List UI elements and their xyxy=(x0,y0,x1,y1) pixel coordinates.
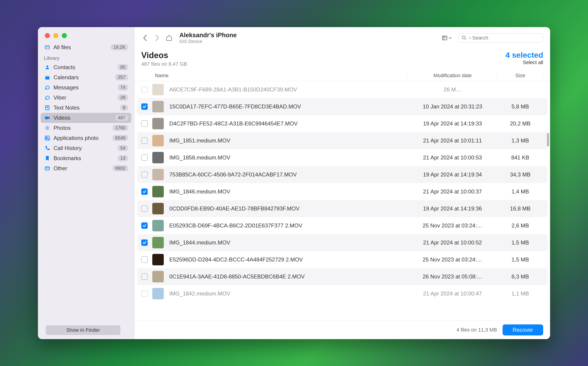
sidebar-item-viber[interactable]: Viber28 xyxy=(41,93,131,103)
table-row[interactable]: E05293CB-D69F-4BCA-B6C2-2D01E637F377 2.M… xyxy=(137,217,547,234)
messages-icon xyxy=(44,85,51,90)
file-thumbnail xyxy=(152,152,164,163)
svg-rect-4 xyxy=(45,76,49,77)
row-checkbox[interactable] xyxy=(141,290,148,297)
row-checkbox[interactable] xyxy=(141,222,148,229)
row-checkbox[interactable] xyxy=(141,256,148,263)
svg-point-18 xyxy=(462,36,465,39)
footer-info: 4 files on 11,3 MB xyxy=(457,327,497,333)
maximize-window-button[interactable] xyxy=(62,33,67,38)
table-row[interactable]: IMG_1858.medium.MOV21 Apr 2024 at 10:00:… xyxy=(137,149,547,166)
table-row[interactable]: D4C2F7BD-FE52-48C2-A31B-E6C9946454E7.MOV… xyxy=(137,115,547,132)
file-date: 21 Apr 2024 at 10:00:53 xyxy=(408,154,497,161)
search-field[interactable] xyxy=(458,33,543,43)
svg-rect-15 xyxy=(442,36,447,40)
svg-rect-0 xyxy=(45,46,49,49)
breadcrumb: Aleksandr's iPhone iOS Device xyxy=(179,32,237,44)
file-name: E52596DD-D284-4DC2-BCCC-4A484F252729 2.M… xyxy=(169,256,408,263)
file-size: 1,4 MB xyxy=(497,188,543,195)
sidebar-item-contacts[interactable]: Contacts85 xyxy=(41,62,131,72)
sidebar: All files 19,2K Library Contacts85Calend… xyxy=(38,27,134,339)
sidebar-item-calendars[interactable]: Calendars257 xyxy=(41,72,131,83)
view-options-button[interactable] xyxy=(439,34,454,42)
scrollbar-thumb[interactable] xyxy=(547,133,549,147)
viber-icon xyxy=(44,95,51,100)
file-thumbnail xyxy=(152,186,164,197)
file-list[interactable]: A6CE7C9F-F689-28A1-A3B1-B150D240CF39.MOV… xyxy=(134,81,550,320)
sidebar-item-videos[interactable]: Videos487 xyxy=(41,113,131,123)
sidebar-item-other[interactable]: Other9902 xyxy=(41,163,131,174)
sidebar-item-bookmarks[interactable]: Bookmarks13 xyxy=(41,153,131,163)
search-input[interactable] xyxy=(472,35,540,41)
row-checkbox[interactable] xyxy=(141,273,148,280)
file-size: 5,8 MB xyxy=(497,103,543,110)
recover-button[interactable]: Recover xyxy=(503,324,543,336)
row-checkbox[interactable] xyxy=(141,206,148,212)
forward-button[interactable] xyxy=(153,34,161,42)
home-button[interactable] xyxy=(165,34,173,42)
select-all-button[interactable]: Select all xyxy=(505,60,543,66)
row-checkbox[interactable] xyxy=(141,86,148,93)
table-row[interactable]: 0C1E941A-3AAE-41D6-8850-AC5EBDBC6B4E 2.M… xyxy=(137,268,547,285)
file-size: 1,5 MB xyxy=(497,256,543,263)
sidebar-item-all-files[interactable]: All files 19,2K xyxy=(41,42,131,52)
row-checkbox[interactable] xyxy=(141,188,148,195)
table-row[interactable]: IMG_1851.medium.MOV21 Apr 2024 at 10:01:… xyxy=(137,132,547,149)
row-checkbox[interactable] xyxy=(141,239,148,246)
sidebar-item-label: Viber xyxy=(53,94,118,101)
file-name: E05293CB-D69F-4BCA-B6C2-2D01E637F377 2.M… xyxy=(169,222,408,229)
photos-icon xyxy=(44,125,51,131)
table-row[interactable]: IMG_1846.medium.MOV21 Apr 2024 at 10:00:… xyxy=(137,183,547,200)
back-button[interactable] xyxy=(141,34,149,42)
file-name: 15C0DA17-7EFC-477D-B65E-7FD8CD3E4BAD.MOV xyxy=(169,103,408,110)
show-in-finder-button[interactable]: Show in Finder xyxy=(46,325,120,335)
row-checkbox[interactable] xyxy=(141,171,148,178)
sidebar-item-appsphoto[interactable]: Applications photo6548 xyxy=(41,133,131,143)
sidebar-badge: 257 xyxy=(115,74,128,80)
table-row[interactable]: 15C0DA17-7EFC-477D-B65E-7FD8CD3E4BAD.MOV… xyxy=(137,98,547,115)
sidebar-item-label: Bookmarks xyxy=(53,155,118,161)
calendars-icon xyxy=(44,75,51,80)
table-row[interactable]: 753B85CA-60CC-4506-9A72-2F014ACABF17.MOV… xyxy=(137,166,547,183)
svg-rect-11 xyxy=(45,136,49,140)
minimize-window-button[interactable] xyxy=(53,33,58,38)
sidebar-item-photos[interactable]: Photos1760 xyxy=(41,123,131,133)
table-row[interactable]: E52596DD-D284-4DC2-BCCC-4A484F252729 2.M… xyxy=(137,251,547,268)
file-name: D4C2F7BD-FE52-48C2-A31B-E6C9946454E7.MOV xyxy=(169,120,408,127)
sidebar-badge: 54 xyxy=(118,145,128,151)
file-thumbnail xyxy=(152,169,164,180)
file-name: 0CDD0FD8-EB9D-40AE-AE1D-78BFB842793F.MOV xyxy=(169,206,408,212)
selected-count: 4 selected xyxy=(505,51,543,60)
close-window-button[interactable] xyxy=(45,33,50,38)
row-checkbox[interactable] xyxy=(141,154,148,161)
file-size: 841 KB xyxy=(497,154,543,161)
sidebar-badge: 487 xyxy=(115,115,128,121)
file-thumbnail xyxy=(152,254,164,265)
file-name: IMG_1842.medium.MOV xyxy=(169,290,408,297)
all-files-icon xyxy=(44,45,51,50)
svg-rect-13 xyxy=(45,167,49,170)
main-panel: Aleksandr's iPhone iOS Device Videos xyxy=(134,27,550,339)
column-header-size[interactable]: Size xyxy=(497,73,543,79)
sidebar-item-messages[interactable]: Messages74 xyxy=(41,83,131,93)
svg-line-19 xyxy=(465,38,466,39)
sidebar-item-callhistory[interactable]: Call History54 xyxy=(41,143,131,153)
file-date: 26 Nov 2023 at 05:08:… xyxy=(408,273,497,280)
sidebar-item-label: Other xyxy=(53,165,113,172)
row-checkbox[interactable] xyxy=(141,120,148,127)
row-checkbox[interactable] xyxy=(141,103,148,110)
table-row[interactable]: IMG_1844.medium.MOV21 Apr 2024 at 10:00:… xyxy=(137,234,547,251)
sidebar-item-textnotes[interactable]: Text Notes8 xyxy=(41,103,131,113)
svg-marker-9 xyxy=(48,116,50,119)
row-checkbox[interactable] xyxy=(141,137,148,144)
table-row[interactable]: A6CE7C9F-F689-28A1-A3B1-B150D240CF39.MOV… xyxy=(137,81,547,98)
videos-icon xyxy=(44,115,51,121)
table-row[interactable]: 0CDD0FD8-EB9D-40AE-AE1D-78BFB842793F.MOV… xyxy=(137,200,547,217)
page-title: Aleksandr's iPhone xyxy=(179,32,237,39)
sidebar-badge: 19,2K xyxy=(111,44,128,50)
sidebar-badge: 8 xyxy=(120,105,128,111)
column-header-name[interactable]: Name xyxy=(153,73,408,79)
column-header-date[interactable]: Modification date xyxy=(408,73,497,79)
sidebar-badge: 9902 xyxy=(113,165,128,171)
table-row[interactable]: IMG_1842.medium.MOV21 Apr 2024 at 10:00:… xyxy=(137,285,547,302)
